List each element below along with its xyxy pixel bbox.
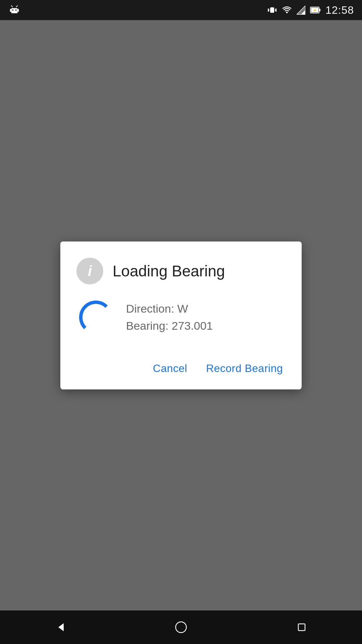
loading-spinner	[79, 301, 113, 334]
bearing-value: Bearing: 273.001	[126, 319, 213, 332]
svg-rect-22	[298, 624, 305, 631]
svg-rect-6	[18, 9, 19, 12]
svg-rect-7	[270, 7, 274, 13]
svg-point-12	[286, 12, 288, 13]
recents-button[interactable]	[292, 617, 312, 637]
home-button[interactable]	[171, 617, 191, 637]
svg-line-4	[16, 6, 18, 7]
back-button[interactable]	[50, 617, 70, 637]
svg-rect-8	[268, 8, 269, 12]
svg-rect-17	[319, 9, 320, 11]
recent-icon	[295, 621, 308, 634]
vibrate-icon	[267, 5, 277, 15]
status-bar-left	[8, 4, 21, 16]
svg-rect-9	[276, 8, 277, 12]
dialog-title: Loading Bearing	[113, 262, 225, 280]
svg-point-21	[176, 622, 186, 633]
signal-icon	[297, 5, 305, 15]
navigation-bar	[0, 610, 362, 644]
dialog-buttons: Cancel Record Bearing	[76, 353, 286, 379]
dialog-title-row: i Loading Bearing	[76, 258, 286, 284]
wifi-icon	[282, 5, 292, 15]
status-time: 12:58	[325, 4, 354, 16]
svg-point-1	[12, 9, 13, 11]
dialog-info-text: Direction: W Bearing: 273.001	[126, 302, 213, 332]
direction-value: Direction: W	[126, 302, 213, 315]
dialog: i Loading Bearing Direction: W Bearing: …	[60, 241, 302, 389]
svg-marker-20	[58, 623, 64, 631]
cancel-button[interactable]: Cancel	[150, 358, 190, 379]
svg-text:⚡: ⚡	[313, 8, 317, 12]
svg-rect-10	[269, 9, 269, 11]
battery-icon: ⚡	[310, 5, 321, 15]
status-bar-right: ⚡ 12:58	[267, 4, 354, 16]
svg-rect-11	[275, 9, 276, 11]
record-bearing-button[interactable]: Record Bearing	[203, 358, 286, 379]
dialog-content-row: Direction: W Bearing: 273.001	[76, 301, 286, 334]
back-icon	[54, 621, 67, 634]
svg-line-3	[11, 6, 13, 7]
svg-rect-5	[10, 9, 11, 12]
android-app-icon	[8, 4, 21, 16]
status-bar: ⚡ 12:58	[0, 0, 362, 20]
svg-rect-0	[11, 8, 18, 13]
info-icon: i	[76, 258, 103, 284]
dialog-overlay: i Loading Bearing Direction: W Bearing: …	[0, 20, 362, 610]
home-icon	[174, 621, 188, 634]
svg-point-2	[15, 9, 17, 11]
